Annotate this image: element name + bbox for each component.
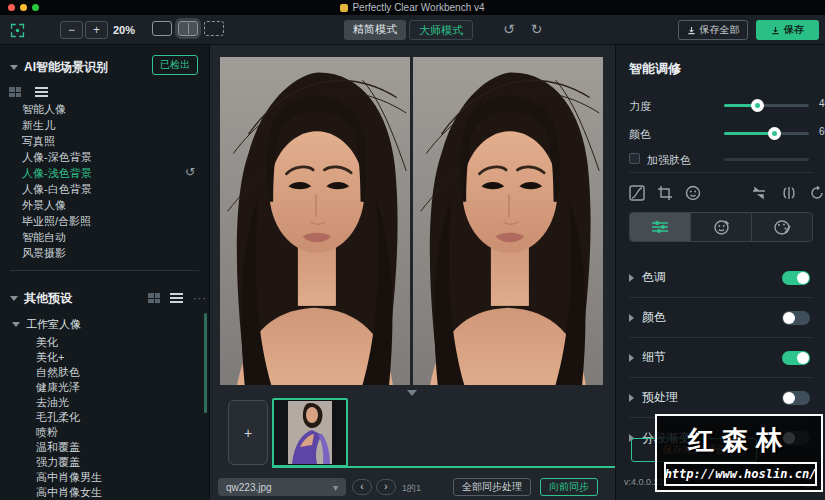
divider [629, 172, 812, 173]
slider-value: 60 [814, 126, 825, 137]
download-icon [771, 26, 780, 35]
master-mode-button[interactable]: 大师模式 [409, 20, 473, 40]
color-slider[interactable] [724, 132, 809, 135]
tone-curve-icon[interactable] [629, 185, 645, 201]
collapse-arrow-icon[interactable] [10, 296, 18, 301]
side-by-side-view-icon[interactable] [204, 21, 224, 36]
single-view-icon[interactable] [152, 21, 172, 36]
preset-item[interactable]: 喷粉 [0, 425, 209, 440]
previous-image-button[interactable]: ‹ [352, 479, 372, 495]
preset-item[interactable]: 去油光 [0, 395, 209, 410]
preset-item[interactable]: 高中肖像女生 [0, 485, 209, 500]
add-image-button[interactable]: + [228, 400, 268, 465]
left-sidebar: AI智能场景识别 已检出 智能人像 新生儿 写真照 人像-深色背景 人像-浅色背… [0, 45, 210, 500]
details-toggle[interactable] [782, 351, 810, 365]
preset-item[interactable]: 美化+ [0, 350, 209, 365]
rotate-icon[interactable] [809, 185, 825, 201]
detected-badge: 已检出 [152, 55, 198, 75]
list-view-icon[interactable] [170, 293, 183, 303]
preset-item[interactable]: 强力覆盖 [0, 455, 209, 470]
image-position-label: 1的1 [402, 482, 421, 495]
ai-scene-item[interactable]: 智能自动 [0, 229, 209, 245]
section-details[interactable]: 细节 [629, 338, 812, 378]
zoom-level: 20% [113, 24, 135, 36]
strength-slider-row: 力度 40 [629, 97, 813, 113]
reset-preset-icon[interactable]: ↺ [185, 165, 195, 179]
section-preprocess[interactable]: 预处理 [629, 378, 812, 418]
ai-scene-item[interactable]: 人像-深色背景 [0, 149, 209, 165]
preset-item[interactable]: 温和覆盖 [0, 440, 209, 455]
window-titlebar: Perfectly Clear Workbench v4 [0, 0, 825, 15]
ai-scene-item[interactable]: 新生儿 [0, 117, 209, 133]
ai-scene-item[interactable]: 毕业照/合影照 [0, 213, 209, 229]
slider-knob[interactable] [768, 127, 781, 140]
sliders-icon [651, 219, 669, 235]
preset-item[interactable]: 健康光泽 [0, 380, 209, 395]
ai-scene-item-selected[interactable]: 人像-浅色背景↺ [0, 165, 209, 181]
strength-slider[interactable] [724, 104, 809, 107]
sync-forward-button[interactable]: 向前同步 [540, 478, 598, 496]
ai-scene-item[interactable]: 人像-白色背景 [0, 181, 209, 197]
image-viewer: + qw223.jpg ▾ ‹ › 1的1 全部同步处理 向前同步 [210, 45, 615, 500]
ai-scene-item[interactable]: 写真照 [0, 133, 209, 149]
divider [10, 270, 199, 271]
collapse-arrow-icon[interactable] [12, 322, 20, 327]
before-image[interactable] [220, 57, 410, 385]
expand-arrow-icon[interactable] [629, 314, 634, 322]
preset-item[interactable]: 自然肤色 [0, 365, 209, 380]
filmstrip-collapse-icon[interactable] [407, 390, 417, 396]
ai-scene-item[interactable]: 风景摄影 [0, 245, 209, 261]
next-image-button[interactable]: › [376, 479, 396, 495]
tool-tabs [629, 212, 813, 242]
ai-scene-header: AI智能场景识别 [24, 59, 108, 76]
collapse-arrow-icon[interactable] [10, 65, 18, 70]
list-view-icon[interactable] [35, 87, 48, 97]
grid-view-icon[interactable] [9, 87, 21, 97]
zoom-in-button[interactable]: + [85, 21, 108, 39]
chevron-down-icon: ▾ [333, 482, 338, 493]
face-retouch-icon [713, 219, 730, 236]
preprocess-toggle[interactable] [782, 391, 810, 405]
skin-boost-checkbox[interactable] [629, 153, 640, 164]
tone-toggle[interactable] [782, 271, 810, 285]
after-image[interactable] [413, 57, 603, 385]
color-toggle[interactable] [782, 311, 810, 325]
crop-icon[interactable] [657, 185, 673, 201]
preset-item[interactable]: 美化 [0, 335, 209, 350]
expand-arrow-icon[interactable] [629, 354, 634, 362]
sync-all-button[interactable]: 全部同步处理 [453, 478, 531, 496]
undo-icon[interactable]: ↺ [503, 21, 515, 37]
slider-label: 力度 [629, 99, 651, 114]
tab-face-retouch[interactable] [691, 213, 752, 241]
tab-makeup[interactable] [752, 213, 812, 241]
grid-view-icon[interactable] [148, 293, 160, 303]
section-tone[interactable]: 色调 [629, 258, 812, 298]
redo-icon[interactable]: ↻ [531, 21, 543, 37]
filmstrip-thumbnail-selected[interactable] [272, 398, 348, 467]
ai-scene-item[interactable]: 外景人像 [0, 197, 209, 213]
flip-icon[interactable] [751, 185, 767, 201]
preset-group-label[interactable]: 工作室人像 [26, 317, 81, 332]
split-view-icon[interactable] [178, 21, 198, 36]
ai-scene-item[interactable]: 智能人像 [0, 101, 209, 117]
section-color[interactable]: 颜色 [629, 298, 812, 338]
slider-label: 颜色 [629, 127, 651, 142]
face-detect-icon[interactable] [685, 185, 701, 201]
preset-item[interactable]: 毛孔柔化 [0, 410, 209, 425]
simple-mode-button[interactable]: 精简模式 [344, 20, 406, 40]
slider-knob[interactable] [751, 99, 764, 112]
compare-icon[interactable] [781, 185, 797, 201]
other-presets-header: 其他预设 [24, 290, 72, 307]
watermark-name: 红森林 [657, 423, 821, 458]
save-button[interactable]: 保存 [756, 20, 819, 40]
expand-arrow-icon[interactable] [629, 394, 634, 402]
more-options-icon[interactable]: ··· [193, 292, 207, 304]
zoom-out-button[interactable]: − [60, 21, 83, 39]
tab-adjustments[interactable] [630, 213, 691, 241]
filename-dropdown[interactable]: qw223.jpg ▾ [218, 478, 346, 496]
slider-value: 0 [814, 152, 825, 163]
sidebar-scrollbar[interactable] [204, 313, 207, 413]
expand-arrow-icon[interactable] [629, 274, 634, 282]
preset-item[interactable]: 高中肖像男生 [0, 470, 209, 485]
save-all-button[interactable]: 保存全部 [678, 20, 748, 40]
